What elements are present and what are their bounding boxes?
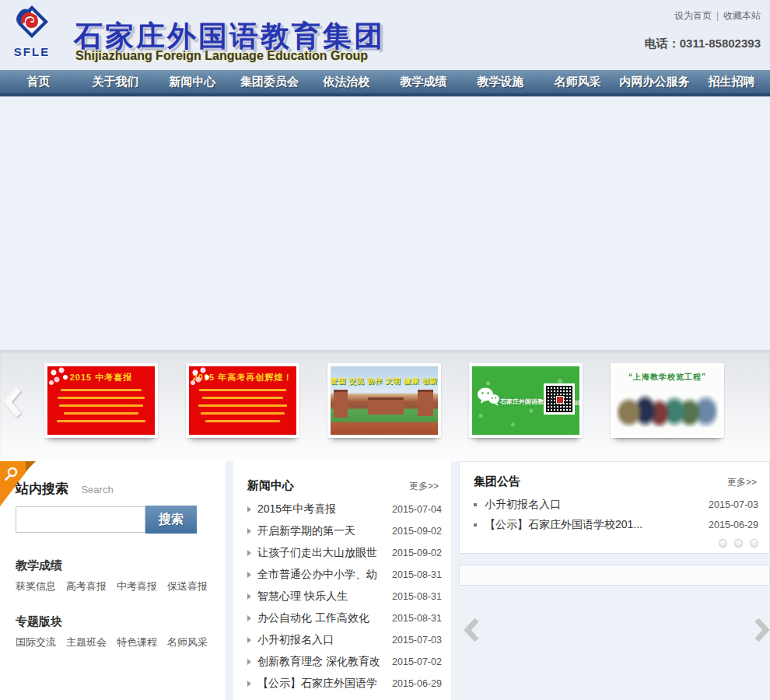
news-item[interactable]: 办公自动化 工作高效化2015-08-31 [247,607,442,629]
link-gaokao-news[interactable]: 高考喜报 [66,579,107,593]
news-item-title: 创新教育理念 深化教育改 [257,655,386,669]
search-button[interactable]: 搜索 [145,506,197,534]
links-carousel-prev-button[interactable] [462,617,482,643]
nav-item-news[interactable]: 新闻中心 [154,70,231,93]
nav-item-recruit[interactable]: 招生招聘 [693,70,770,93]
group-photo-decoration [617,394,718,427]
news-panel: 新闻中心 更多>> 2015年中考喜报2015-07-04 开启新学期的第一天2… [233,461,451,700]
section-title-topics: 专题版块 [16,614,62,629]
pager-dot[interactable] [734,539,743,548]
news-item-date: 2015-06-29 [392,678,442,689]
link-international[interactable]: 国际交流 [16,635,56,649]
news-item-date: 2015-07-04 [392,504,442,515]
news-item-date: 2015-09-02 [392,526,442,537]
nav-item-teachers[interactable]: 名师风采 [539,70,616,93]
text-line-decoration [64,412,138,415]
news-item[interactable]: 开启新学期的第一天2015-09-02 [247,520,442,542]
news-item-title: 小升初报名入口 [257,633,386,647]
notice-item[interactable]: 【公示】石家庄外国语学校201...2015-06-29 [474,515,758,535]
text-line-decoration [201,412,285,415]
triangle-bullet-icon [247,550,251,556]
square-bullet-icon [474,523,477,527]
news-more-link[interactable]: 更多>> [409,480,439,493]
notice-more-link[interactable]: 更多>> [727,476,757,489]
notice-panel: 集团公告 更多>> 小升初报名入口2015-07-03 【公示】石家庄外国语学校… [459,461,770,554]
carousel-slide-group-photo[interactable]: “上海教学校览工程” [611,363,724,438]
link-class-meeting[interactable]: 主题班会 [66,635,107,649]
news-item[interactable]: 智慧心理 快乐人生2015-08-31 [247,586,442,607]
news-list: 2015年中考喜报2015-07-04 开启新学期的第一天2015-09-02 … [247,499,442,695]
nav-item-rule-of-law[interactable]: 依法治校 [308,70,385,93]
phone-value: 0311-85802393 [680,37,761,50]
text-line-decoration [198,404,287,407]
sfle-logo-icon [12,4,51,41]
news-item-date: 2015-07-02 [392,656,442,667]
news-item-date: 2015-08-31 [392,613,442,624]
news-item-title: 让孩子们走出大山放眼世 [257,546,386,560]
square-bullet-icon [474,503,477,506]
search-title: 站内搜索 [16,481,68,496]
search-form: 搜索 [16,506,197,534]
nav-item-intranet[interactable]: 内网办公服务 [616,70,693,93]
search-input[interactable] [16,506,145,533]
news-item[interactable]: 2015年中考喜报2015-07-04 [247,499,442,520]
triangle-bullet-icon [247,528,251,534]
text-line-decoration [57,420,145,422]
nav-item-committee[interactable]: 集团委员会 [231,70,308,93]
thumbnail-carousel: 2015 中考喜报 2015 年高考再创辉煌！ [0,350,770,461]
building-decoration [418,390,433,416]
carousel-prev-button[interactable] [2,385,24,419]
news-item[interactable]: 小升初报名入口2015-07-03 [247,629,442,651]
set-home-link[interactable]: 设为首页 [674,10,712,21]
notice-panel-header: 集团公告 更多>> [474,474,757,489]
search-heading: 站内搜索 Search [16,480,114,498]
news-item[interactable]: 让孩子们走出大山放眼世2015-09-02 [247,542,442,564]
link-famous-teachers[interactable]: 名师风采 [167,635,208,649]
notice-item[interactable]: 小升初报名入口2015-07-03 [474,495,758,515]
link-award-info[interactable]: 获奖信息 [16,579,56,593]
topics-links: 国际交流 主题班会 特色课程 名师风采 [16,635,208,649]
news-panel-title: 新闻中心 [247,478,294,493]
news-item-title: 全市普通公办中小学、幼 [257,568,386,582]
news-item-title: 智慧心理 快乐人生 [257,590,386,604]
news-item[interactable]: 全市普通公办中小学、幼2015-08-31 [247,564,442,586]
carousel-slide-campus[interactable]: 爱国 交流 协作 文明 健康 创新 [327,363,441,438]
chevron-left-icon [462,617,482,643]
building-decoration [368,397,404,415]
logo[interactable]: SFLE [8,4,56,58]
notice-item-date: 2015-07-03 [709,499,758,510]
notice-list: 小升初报名入口2015-07-03 【公示】石家庄外国语学校201...2015… [474,495,758,535]
notice-item-date: 2015-06-29 [709,520,758,530]
news-item-title: 【公示】石家庄外国语学 [257,677,386,691]
triangle-bullet-icon [247,681,251,687]
triangle-bullet-icon [247,593,251,600]
link-special-courses[interactable]: 特色课程 [117,635,157,649]
pager-dot[interactable] [750,539,758,548]
notice-pager [719,539,758,548]
news-item-date: 2015-07-03 [392,635,442,646]
news-item-title: 2015年中考喜报 [257,502,386,516]
news-item[interactable]: 【公示】石家庄外国语学2015-06-29 [247,673,442,695]
carousel-slide-zhongkao[interactable]: 2015 中考喜报 [44,363,158,438]
pager-dot[interactable] [719,539,727,548]
text-line-decoration [59,404,143,407]
nav-item-about[interactable]: 关于我们 [77,70,154,93]
link-baosong-news[interactable]: 保送喜报 [167,579,208,593]
text-line-decoration [202,397,283,399]
logo-text: SFLE [8,45,56,58]
empty-content-box [459,565,770,586]
nav-item-facilities[interactable]: 教学设施 [462,70,539,93]
links-carousel-next-button[interactable] [751,617,770,643]
news-item[interactable]: 创新教育理念 深化教育改2015-07-02 [247,651,442,673]
text-line-decoration [205,420,280,422]
site-subtitle: Shijiazhuang Foreign Language Education … [75,49,368,63]
add-favorite-link[interactable]: 收藏本站 [723,10,761,21]
triangle-bullet-icon [247,572,251,578]
nav-item-home[interactable]: 首页 [0,70,77,93]
slide-caption: “上海教学校览工程” [614,372,721,383]
slide-caption: 爱国 交流 协作 文明 健康 创新 [331,376,438,387]
carousel-slide-gaokao[interactable]: 2015 年高考再创辉煌！ [186,363,299,438]
carousel-slide-wechat[interactable]: 石家庄外国语教育集团 sjwgjyjt [469,363,583,438]
nav-item-results[interactable]: 教学成绩 [385,70,462,93]
link-zhongkao-news[interactable]: 中考喜报 [117,579,157,593]
